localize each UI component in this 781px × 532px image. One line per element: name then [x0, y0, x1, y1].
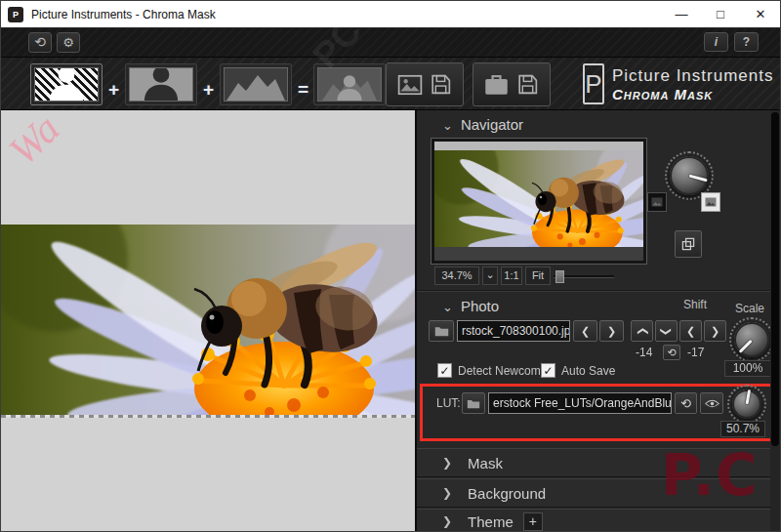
zoom-slider-handle[interactable]	[555, 270, 564, 283]
save-image-button[interactable]	[386, 62, 464, 106]
shift-x-value: -14	[636, 346, 652, 359]
app-window: P Picture Instruments - Chroma Mask — □ …	[0, 0, 781, 532]
reset-icon: ⟲	[680, 396, 691, 411]
help-icon: ?	[743, 35, 750, 49]
info-icon: i	[715, 35, 718, 49]
previous-photo-button[interactable]: ❮	[573, 320, 597, 342]
save-project-button[interactable]	[473, 62, 551, 106]
undo-icon: ⟲	[34, 34, 46, 50]
person-icon	[333, 73, 366, 101]
scale-value-text: 100%	[733, 361, 763, 375]
shift-right-button[interactable]: ❯	[704, 320, 726, 342]
navigator-header[interactable]: ⌄Navigator	[442, 116, 523, 133]
scale-value[interactable]: 100%	[724, 360, 771, 377]
zoom-dropdown-button[interactable]: ⌄	[482, 266, 498, 285]
background-source-tile[interactable]	[220, 63, 292, 105]
window-title: Picture Instruments - Chroma Mask	[31, 8, 216, 21]
open-photo-button[interactable]	[429, 320, 454, 342]
lut-open-button[interactable]	[462, 392, 485, 414]
lut-path-field[interactable]: erstock Free_LUTs/OrangeAndBlue.cube	[488, 392, 672, 414]
large-image-icon	[705, 197, 717, 207]
collapse-icon: ⌄	[442, 118, 453, 133]
photo-title: Photo	[461, 298, 499, 314]
lut-reset-button[interactable]: ⟲	[675, 392, 697, 414]
one-to-one-label: 1:1	[504, 269, 518, 281]
minimize-button[interactable]: —	[661, 1, 702, 27]
lut-strength-text: 50.7%	[726, 422, 760, 435]
plus-icon: +	[529, 513, 537, 529]
chevron-right-icon: ❯	[442, 486, 452, 500]
chevron-left-icon: ❮	[686, 325, 695, 338]
zoom-in-preview-button[interactable]	[701, 192, 720, 212]
navigator-thumbnail[interactable]	[431, 138, 647, 265]
fit-button[interactable]: Fit	[525, 266, 551, 285]
detect-newcomer-checkbox[interactable]: ✓	[437, 363, 452, 378]
checkmark-icon: ✓	[439, 364, 449, 378]
fit-label: Fit	[532, 269, 544, 281]
compare-view-button[interactable]	[675, 230, 702, 258]
zoom-value[interactable]: 34.7%	[434, 266, 479, 285]
thumbnail-image	[434, 150, 643, 247]
close-button[interactable]: ✕	[740, 1, 781, 27]
chevron-down-icon: ❯	[660, 326, 673, 335]
briefcase-icon	[483, 73, 510, 96]
next-photo-button[interactable]: ❯	[599, 320, 624, 342]
app-icon: P	[8, 7, 23, 22]
plus-icon: +	[203, 79, 214, 101]
maximize-button[interactable]: □	[700, 1, 741, 27]
undo-button[interactable]: ⟲	[28, 32, 52, 53]
lut-preview-button[interactable]	[700, 392, 723, 414]
help-button[interactable]: ?	[734, 32, 759, 52]
brand-logo-icon: P	[583, 63, 604, 104]
panel-scrollbar[interactable]	[770, 110, 780, 532]
photo-image[interactable]	[1, 225, 415, 416]
result-tile[interactable]	[313, 63, 386, 105]
auto-save-checkbox[interactable]: ✓	[541, 363, 555, 378]
lut-strength-value[interactable]: 50.7%	[720, 421, 765, 437]
maximize-icon: □	[717, 7, 724, 21]
brand-name: Picture Instruments	[612, 66, 773, 86]
lut-strength-knob[interactable]	[727, 385, 766, 424]
chevron-up-icon: ❯	[636, 326, 648, 335]
photo-filename-field[interactable]: rstock_708300100.jpg	[457, 320, 570, 342]
scale-knob[interactable]	[729, 317, 774, 362]
mask-section-header[interactable]: ❯ Mask	[417, 448, 772, 477]
add-theme-button[interactable]: +	[523, 512, 543, 531]
small-image-icon	[651, 197, 663, 207]
zoom-out-preview-button[interactable]	[647, 192, 667, 212]
thumbnail-canvas-strip	[434, 142, 643, 150]
theme-label: Theme	[468, 513, 514, 530]
shift-reset-button[interactable]: ⟲	[663, 345, 680, 360]
theme-section-header[interactable]: ❯ Theme +	[417, 509, 772, 532]
foreground-mask-tile[interactable]	[30, 63, 103, 105]
shift-up-button[interactable]: ❯	[631, 320, 653, 342]
shift-down-button[interactable]: ❯	[655, 320, 678, 342]
reset-icon: ⟲	[667, 347, 676, 359]
image-icon	[397, 74, 423, 96]
background-label: Background	[468, 485, 546, 502]
chevron-right-icon: ❯	[442, 514, 452, 528]
chevron-right-icon: ❯	[607, 325, 616, 338]
zoom-slider[interactable]	[554, 275, 614, 278]
collapse-icon: ⌄	[442, 300, 453, 314]
settings-button[interactable]: ⚙	[57, 32, 80, 53]
scale-label: Scale	[735, 302, 764, 315]
photo-selection-edge	[1, 415, 415, 418]
top-toolbar: ⟲ ⚙ i ?	[1, 28, 781, 57]
panel-scrollbar-thumb[interactable]	[771, 112, 779, 446]
folder-icon	[467, 398, 480, 409]
shift-left-button[interactable]: ❮	[679, 320, 702, 342]
shift-y-value: -17	[687, 346, 704, 359]
person-source-tile[interactable]	[125, 63, 197, 105]
person-icon	[139, 67, 184, 101]
auto-save-label: Auto Save	[561, 364, 615, 378]
info-button[interactable]: i	[704, 32, 728, 52]
thumbnail-bottom-strip	[434, 247, 643, 261]
one-to-one-button[interactable]: 1:1	[501, 266, 522, 285]
mask-label: Mask	[468, 455, 503, 471]
photo-canvas[interactable]	[1, 110, 415, 532]
brand-product: Chroma Mask	[612, 86, 773, 102]
photo-header[interactable]: ⌄Photo	[442, 298, 499, 314]
background-section-header[interactable]: ❯ Background	[417, 478, 772, 508]
side-panel: ⌄Navigator	[415, 110, 781, 532]
